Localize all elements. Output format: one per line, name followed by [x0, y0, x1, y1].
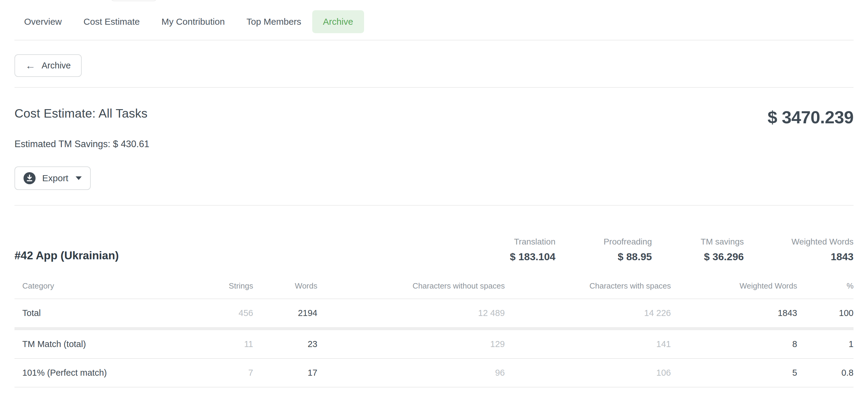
popover-remnant	[111, 0, 157, 1]
table-row: 101% (Perfect match) 7 17 96 106 5 0.8	[14, 359, 854, 387]
cell-words: 2194	[253, 299, 317, 329]
divider	[14, 40, 854, 40]
stat-label: Proofreading	[555, 237, 652, 247]
cell-words: 6	[253, 387, 317, 398]
cell-category: 101% (Perfect match)	[14, 359, 183, 387]
archive-back-button[interactable]: ← Archive	[14, 54, 82, 77]
cell-strings: 4	[183, 387, 253, 398]
col-chars-without-spaces: Characters without spaces	[317, 270, 505, 299]
cell-percent: 1	[797, 329, 854, 359]
project-section-header: #42 App (Ukrainian) Translation $ 183.10…	[14, 237, 854, 263]
page-title: Cost Estimate: All Tasks	[14, 106, 148, 121]
stat-translation: Translation $ 183.104	[465, 237, 555, 263]
cell-chars-without-spaces: 96	[317, 359, 505, 387]
stat-label: TM savings	[652, 237, 744, 247]
cell-category: Total	[14, 299, 183, 329]
arrow-left-icon: ←	[25, 61, 36, 70]
col-category: Category	[14, 270, 183, 299]
stat-label: Translation	[465, 237, 555, 247]
table-row: Total 456 2194 12 489 14 226 1843 100	[14, 299, 854, 329]
cell-chars-with-spaces: 106	[505, 359, 671, 387]
export-button-label: Export	[42, 173, 68, 183]
col-weighted-words: Weighted Words	[671, 270, 797, 299]
table-row: TM Match (total) 11 23 129 141 8 1	[14, 329, 854, 359]
caret-down-icon	[76, 176, 82, 180]
tab-archive[interactable]: Archive	[312, 10, 364, 33]
cell-chars-without-spaces: 12 489	[317, 299, 505, 329]
col-strings: Strings	[183, 270, 253, 299]
stat-value: $ 36.296	[652, 251, 744, 263]
tab-my-contribution[interactable]: My Contribution	[151, 10, 236, 33]
cell-chars-with-spaces: 14 226	[505, 299, 671, 329]
cell-percent: 100	[797, 299, 854, 329]
col-percent: %	[797, 270, 854, 299]
cell-category: TM Match (total)	[14, 329, 183, 359]
col-words: Words	[253, 270, 317, 299]
cell-weighted-words: 1843	[671, 299, 797, 329]
col-chars-with-spaces: Characters with spaces	[505, 270, 671, 299]
cost-summary-section: Cost Estimate: All Tasks $ 3470.239 Esti…	[0, 106, 868, 150]
cell-chars-with-spaces: 35	[505, 387, 671, 398]
divider	[14, 205, 854, 206]
cell-weighted-words: 8	[671, 329, 797, 359]
stat-proofreading: Proofreading $ 88.95	[555, 237, 652, 263]
tab-overview[interactable]: Overview	[13, 10, 73, 33]
table-header-row: Category Strings Words Characters withou…	[14, 270, 854, 299]
cell-strings: 456	[183, 299, 253, 329]
cell-weighted-words: 5	[671, 359, 797, 387]
cell-category: 100%	[14, 387, 183, 398]
cell-words: 17	[253, 359, 317, 387]
cell-chars-with-spaces: 141	[505, 329, 671, 359]
report-tabs: Overview Cost Estimate My Contribution T…	[0, 0, 868, 33]
cell-chars-without-spaces: 129	[317, 329, 505, 359]
cell-weighted-words: 3	[671, 387, 797, 398]
archive-back-label: Archive	[41, 61, 71, 70]
cost-estimate-table: Category Strings Words Characters withou…	[14, 270, 854, 398]
grand-total-value: $ 3470.239	[768, 107, 854, 127]
cell-percent: 0.3	[797, 387, 854, 398]
stat-label: Weighted Words	[744, 237, 854, 247]
project-stats: Translation $ 183.104 Proofreading $ 88.…	[465, 237, 854, 263]
divider	[14, 87, 854, 88]
tab-cost-estimate[interactable]: Cost Estimate	[73, 10, 151, 33]
cell-strings: 7	[183, 359, 253, 387]
download-icon	[24, 172, 36, 184]
stat-value: $ 183.104	[465, 251, 555, 263]
cell-words: 23	[253, 329, 317, 359]
cell-chars-without-spaces: 33	[317, 387, 505, 398]
tab-top-members[interactable]: Top Members	[236, 10, 312, 33]
stat-value: 1843	[744, 251, 854, 263]
tm-savings-line: Estimated TM Savings: $ 430.61	[14, 139, 854, 150]
stat-value: $ 88.95	[555, 251, 652, 263]
table-row: 100% 4 6 33 35 3 0.3	[14, 387, 854, 398]
export-button[interactable]: Export	[14, 166, 91, 190]
cell-strings: 11	[183, 329, 253, 359]
stat-tm-savings: TM savings $ 36.296	[652, 237, 744, 263]
project-title: #42 App (Ukrainian)	[14, 249, 119, 262]
cell-percent: 0.8	[797, 359, 854, 387]
stat-weighted-words: Weighted Words 1843	[744, 237, 854, 263]
